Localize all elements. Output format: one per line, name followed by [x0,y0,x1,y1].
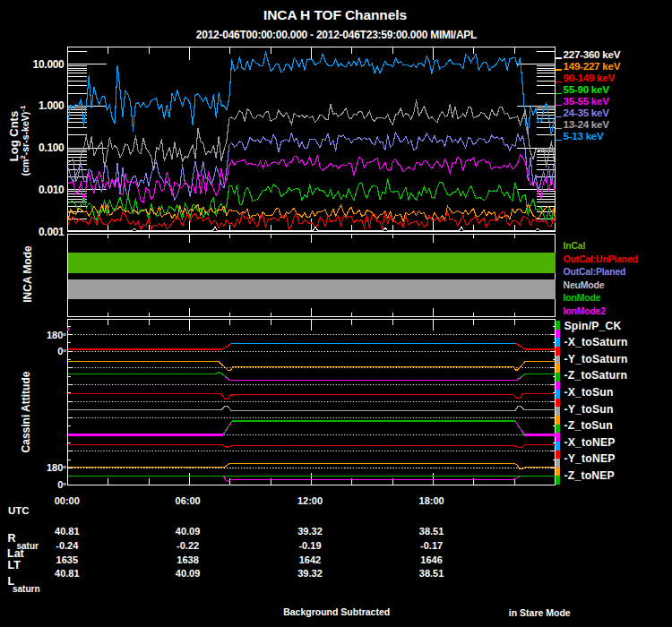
svg-text:1.000: 1.000 [39,99,65,112]
svg-text:saturn: saturn [13,584,40,594]
svg-text:-Y_toSaturn: -Y_toSaturn [564,353,628,365]
svg-text:Log Cnts: Log Cnts [7,111,21,161]
svg-text:IonMode: IonMode [564,292,601,303]
svg-text:OutCal:Planed: OutCal:Planed [564,266,626,277]
svg-text:2012-046T00:00:00.000 - 2012-0: 2012-046T00:00:00.000 - 2012-046T23:59:0… [196,29,477,41]
svg-text:24-35 keV: 24-35 keV [564,107,610,118]
svg-text:0.010: 0.010 [39,184,65,196]
svg-text:40.81: 40.81 [55,568,80,579]
svg-text:-Z_toSun: -Z_toSun [564,419,613,432]
svg-text:-X_toSaturn: -X_toSaturn [564,336,628,348]
svg-text:UTC: UTC [8,505,30,516]
svg-text:13-24 keV: 13-24 keV [564,118,610,130]
svg-text:10.000: 10.000 [33,58,65,71]
svg-text:-0.17: -0.17 [420,540,443,551]
svg-text:39.32: 39.32 [297,568,323,579]
svg-text:38.51: 38.51 [419,568,444,579]
svg-text:in Stare Mode: in Stare Mode [509,607,571,618]
svg-text:Background Subtracted: Background Subtracted [283,606,390,617]
svg-text:INCA H TOF Channels: INCA H TOF Channels [263,7,407,22]
svg-text:-0.22: -0.22 [177,540,199,551]
svg-text:(cm2-sr-s-keV)-1: (cm2-sr-s-keV)-1 [19,105,30,176]
svg-text:Spin/P_CK: Spin/P_CK [564,320,622,332]
svg-text:Lat: Lat [7,547,25,560]
svg-text:1642: 1642 [299,554,321,565]
svg-text:-0.24: -0.24 [56,540,79,551]
svg-text:NeuMode: NeuMode [564,279,605,290]
svg-text:-Z_toNEP: -Z_toNEP [564,469,615,482]
svg-text:0.100: 0.100 [39,142,65,154]
svg-text:00:00: 00:00 [55,495,80,506]
svg-text:12:00: 12:00 [297,495,323,506]
svg-text:18:00: 18:00 [419,495,444,506]
svg-text:5-13 keV: 5-13 keV [564,130,605,142]
svg-text:90-149 keV: 90-149 keV [564,72,616,83]
svg-text:-0.19: -0.19 [298,540,321,551]
svg-text:-X_toNEP: -X_toNEP [564,436,616,449]
svg-text:IonMode2: IonMode2 [564,305,607,316]
svg-text:35-55 keV: 35-55 keV [564,95,610,107]
svg-text:OutCal:UnPlaned: OutCal:UnPlaned [564,253,638,264]
svg-text:-Y_toNEP: -Y_toNEP [564,452,616,465]
svg-text:55-90 keV: 55-90 keV [564,83,610,95]
svg-text:39.32: 39.32 [297,526,323,537]
svg-text:Cassini Attitude: Cassini Attitude [20,371,32,452]
svg-text:149-227 keV: 149-227 keV [564,60,621,72]
svg-text:40.09: 40.09 [176,526,201,537]
svg-text:InCal: InCal [564,240,586,251]
svg-text:0.001: 0.001 [39,226,65,238]
svg-text:38.51: 38.51 [419,526,444,537]
svg-text:1646: 1646 [420,554,442,565]
svg-text:LT: LT [8,559,22,571]
svg-text:-Y_toSun: -Y_toSun [564,403,614,416]
svg-text:R: R [8,532,16,545]
svg-text:1638: 1638 [177,554,198,565]
svg-text:-Z_toSaturn: -Z_toSaturn [564,369,628,382]
svg-text:40.09: 40.09 [176,568,201,579]
svg-text:-X_toSun: -X_toSun [564,386,614,399]
svg-text:40.81: 40.81 [55,526,80,537]
svg-text:1635: 1635 [56,554,78,565]
svg-text:06:00: 06:00 [176,495,201,506]
svg-text:INCA Mode: INCA Mode [22,245,34,303]
svg-text:227-360 keV: 227-360 keV [564,48,621,60]
